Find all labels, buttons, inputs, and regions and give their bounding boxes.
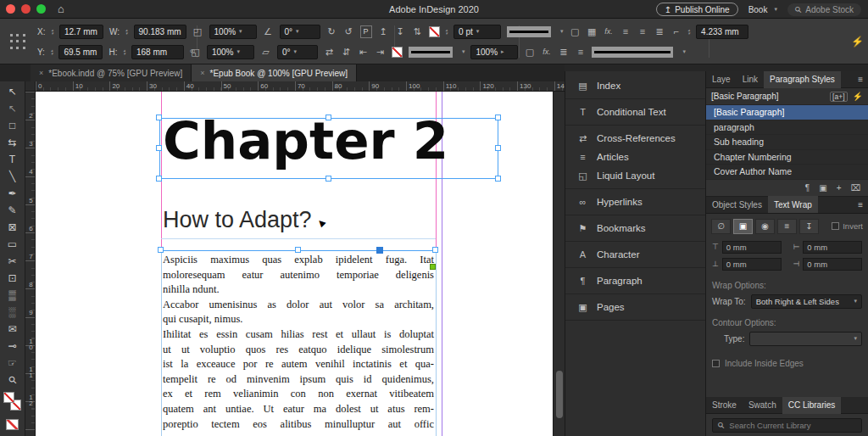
note-tool[interactable]: ✉ xyxy=(2,321,24,338)
align-right-icon[interactable]: ≣ xyxy=(654,26,665,37)
y-field[interactable]: 69.5 mm xyxy=(58,45,103,59)
new-style-icon[interactable]: + xyxy=(837,183,842,193)
numbered-list-icon[interactable]: ≡ xyxy=(575,47,586,57)
panel-button-paragraph[interactable]: ¶Paragraph xyxy=(565,271,705,290)
paragraph-style-row[interactable]: Chapter Numbering xyxy=(706,150,868,165)
dock-tab-link[interactable]: Link xyxy=(737,71,764,88)
stroke-preset-dropdown[interactable] xyxy=(592,47,673,58)
scale-y-field[interactable]: 100%▾ xyxy=(207,45,254,59)
document-canvas[interactable]: Chapter 2 How to Adapt? ► Aspiciis maxim… xyxy=(36,92,565,436)
adobe-stock-search[interactable]: ⚲ Adobe Stock xyxy=(787,3,861,16)
bulleted-list-icon[interactable]: ≣ xyxy=(558,47,569,58)
body-text-block[interactable]: Aspiciis maximus quas explab ipidelent f… xyxy=(163,253,434,432)
scissors-tool[interactable]: ✂ xyxy=(2,253,24,270)
panel-button-index[interactable]: ▤Index xyxy=(565,76,705,95)
scale-x-field[interactable]: 100%▾ xyxy=(209,25,257,39)
bottom-offset-value[interactable]: 0 mm xyxy=(722,258,782,271)
frame-handle[interactable] xyxy=(495,115,501,120)
top-offset-value[interactable]: 0 mm xyxy=(722,241,782,254)
indent-right-icon[interactable]: ⇥ xyxy=(375,47,386,58)
line-tool[interactable]: ╲ xyxy=(2,168,24,185)
reference-point-grid[interactable] xyxy=(10,34,26,50)
effects-fx-icon[interactable]: fx. xyxy=(541,48,552,56)
object-style-icon[interactable]: ▢ xyxy=(524,47,535,58)
contour-type-dropdown[interactable]: ▾ xyxy=(749,332,862,346)
subtitle-text[interactable]: How to Adapt? xyxy=(163,207,312,233)
frame-handle[interactable] xyxy=(295,247,301,253)
rotation-field[interactable]: 0°▾ xyxy=(280,25,320,39)
stroke-tint-dropdown[interactable]: 100%▸ xyxy=(470,45,518,59)
chapter-text-frame[interactable] xyxy=(159,118,498,179)
close-tab-icon[interactable]: × xyxy=(200,69,204,77)
panel-button-pages[interactable]: ▣Pages xyxy=(565,298,705,316)
left-offset-value[interactable]: 0 mm xyxy=(803,241,862,254)
frame-fitting-icon[interactable]: ▢ xyxy=(570,26,581,37)
panel-button-hyperlinks[interactable]: ∞Hyperlinks xyxy=(565,193,705,211)
close-window-button[interactable] xyxy=(6,4,15,14)
right-offset-value[interactable]: 0 mm xyxy=(803,258,862,271)
rotate-ccw-icon[interactable]: ↺ xyxy=(343,26,354,37)
home-icon[interactable]: ⌂ xyxy=(58,3,64,15)
library-search-input[interactable]: ⚲ Search Current Library xyxy=(712,418,862,433)
type-tool[interactable]: T xyxy=(2,151,24,168)
minimize-window-button[interactable] xyxy=(21,4,31,14)
publish-online-button[interactable]: ↥ Publish Online xyxy=(656,3,738,16)
close-tab-icon[interactable]: × xyxy=(39,69,43,77)
wrap-object-shape-icon[interactable]: ◉ xyxy=(755,219,775,234)
panel-menu-icon[interactable]: ≡ xyxy=(858,75,868,84)
eyedropper-tool[interactable]: ⊸ xyxy=(2,338,24,355)
w-stepper[interactable]: ▴▾ xyxy=(125,28,128,36)
corner-radius-stepper[interactable]: ▴▾ xyxy=(688,28,691,36)
stroke-type-dropdown[interactable] xyxy=(409,47,453,58)
direct-selection-tool[interactable]: ↖ xyxy=(2,100,24,117)
ruler-origin-corner[interactable] xyxy=(25,81,36,92)
grid-icon[interactable]: ▦ xyxy=(587,26,598,37)
paragraph-style-row[interactable]: Sub heading xyxy=(706,135,868,150)
tab-object-styles[interactable]: Object Styles xyxy=(706,196,768,213)
page-tool[interactable]: □ xyxy=(2,117,24,134)
stroke-swatch-none[interactable] xyxy=(392,47,403,58)
frame-handle[interactable] xyxy=(156,115,162,120)
frame-handle[interactable] xyxy=(156,145,162,151)
align-center-icon[interactable]: ≡ xyxy=(637,26,648,36)
document-tab[interactable]: ×*Ebook.indd @ 75% [GPU Preview] xyxy=(31,64,192,81)
panel-button-cross-references[interactable]: ⇄Cross-References xyxy=(565,129,705,148)
dock-tab-paragraph-styles[interactable]: Paragraph Styles xyxy=(764,71,841,88)
rotate-cw-icon[interactable]: ↻ xyxy=(326,26,337,37)
panel-menu-icon[interactable]: ≡ xyxy=(858,200,868,210)
w-field[interactable]: 90.183 mm xyxy=(134,25,186,39)
right-offset-field[interactable]: ⊣0 mm xyxy=(793,258,863,271)
wrap-jump-object-icon[interactable]: ≡ xyxy=(777,219,797,234)
book-dropdown[interactable]: Book ▾ xyxy=(748,5,777,14)
dock-tab-cc-libraries[interactable]: CC Libraries xyxy=(782,397,842,414)
left-offset-field[interactable]: ⊢0 mm xyxy=(793,241,863,254)
gradient-feather-tool[interactable]: ░ xyxy=(2,304,24,321)
frame-handle[interactable] xyxy=(495,176,501,182)
x-field[interactable]: 12.7 mm xyxy=(59,25,103,39)
flip-horizontal-icon[interactable]: ⇄ xyxy=(324,47,335,58)
dock-tab-swatch[interactable]: Swatch xyxy=(743,397,782,414)
panel-button-liquid-layout[interactable]: ◱Liquid Layout xyxy=(565,166,705,185)
shear-field[interactable]: 0°▾ xyxy=(277,45,318,59)
panel-button-conditional-text[interactable]: TConditional Text xyxy=(565,103,705,121)
align-middle-icon[interactable]: ⇅ xyxy=(412,26,423,37)
wrap-bounding-box-icon[interactable]: ▣ xyxy=(733,219,753,234)
bottom-offset-field[interactable]: ⊥0 mm xyxy=(712,258,782,271)
pencil-tool[interactable]: ✎ xyxy=(2,202,24,219)
zoom-window-button[interactable] xyxy=(36,4,46,14)
paragraph-style-row[interactable]: [Basic Paragraph] xyxy=(706,105,868,120)
tab-text-wrap[interactable]: Text Wrap xyxy=(768,196,818,213)
x-stepper[interactable]: ▴▾ xyxy=(51,28,53,36)
vertical-scrollbar[interactable] xyxy=(553,92,565,436)
frame-handle[interactable] xyxy=(326,176,331,182)
wrap-none-icon[interactable]: ∅ xyxy=(711,219,731,234)
lightning-icon[interactable]: ⚡ xyxy=(853,92,863,101)
align-top-icon[interactable]: ↥ xyxy=(378,26,389,37)
stroke-weight-stepper[interactable]: ▴▾ xyxy=(446,28,448,36)
document-tab[interactable]: ×*Epub Book @ 100% [GPU Preview] xyxy=(192,64,357,81)
frame-handle[interactable] xyxy=(326,115,331,120)
scrollbar-thumb[interactable] xyxy=(556,371,563,418)
paragraph-style-row[interactable]: Cover Author Name xyxy=(706,165,868,180)
frame-handle[interactable] xyxy=(156,176,162,182)
panel-button-articles[interactable]: ≡Articles xyxy=(565,148,705,166)
